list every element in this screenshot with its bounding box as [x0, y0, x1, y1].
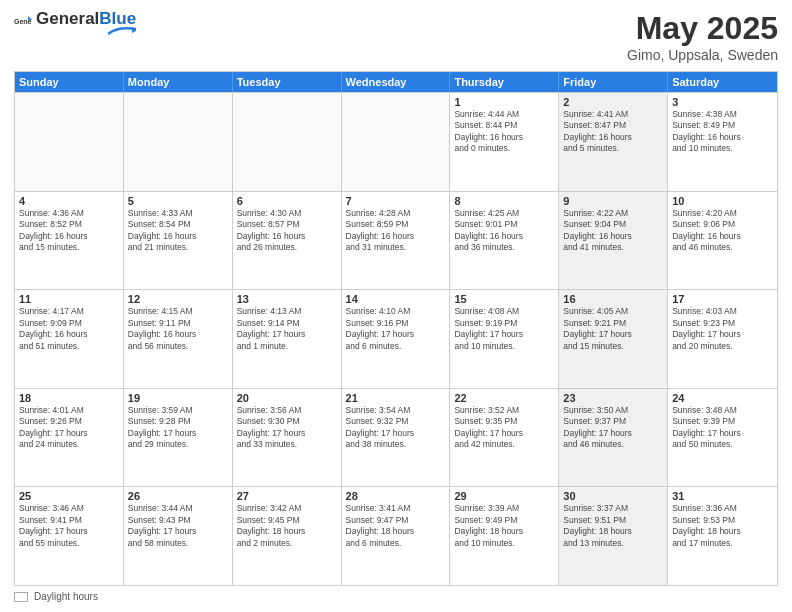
month-title: May 2025 — [627, 10, 778, 47]
day-number: 22 — [454, 392, 554, 404]
cal-cell: 21Sunrise: 3:54 AM Sunset: 9:32 PM Dayli… — [342, 389, 451, 487]
cal-cell: 12Sunrise: 4:15 AM Sunset: 9:11 PM Dayli… — [124, 290, 233, 388]
header: General General Blue May 2025 Gimo, Upps… — [14, 10, 778, 63]
day-number: 27 — [237, 490, 337, 502]
logo-icon: General — [14, 14, 32, 32]
cal-cell — [233, 93, 342, 191]
cal-cell: 31Sunrise: 3:36 AM Sunset: 9:53 PM Dayli… — [668, 487, 777, 585]
day-number: 23 — [563, 392, 663, 404]
day-info: Sunrise: 3:39 AM Sunset: 9:49 PM Dayligh… — [454, 503, 554, 549]
cal-header-cell-saturday: Saturday — [668, 72, 777, 92]
day-number: 18 — [19, 392, 119, 404]
cal-cell: 25Sunrise: 3:46 AM Sunset: 9:41 PM Dayli… — [15, 487, 124, 585]
cal-cell: 22Sunrise: 3:52 AM Sunset: 9:35 PM Dayli… — [450, 389, 559, 487]
cal-cell: 6Sunrise: 4:30 AM Sunset: 8:57 PM Daylig… — [233, 192, 342, 290]
cal-cell: 5Sunrise: 4:33 AM Sunset: 8:54 PM Daylig… — [124, 192, 233, 290]
day-number: 25 — [19, 490, 119, 502]
cal-cell: 30Sunrise: 3:37 AM Sunset: 9:51 PM Dayli… — [559, 487, 668, 585]
logo-general: General — [36, 10, 99, 29]
cal-cell: 20Sunrise: 3:56 AM Sunset: 9:30 PM Dayli… — [233, 389, 342, 487]
day-number: 29 — [454, 490, 554, 502]
day-info: Sunrise: 3:44 AM Sunset: 9:43 PM Dayligh… — [128, 503, 228, 549]
day-info: Sunrise: 4:08 AM Sunset: 9:19 PM Dayligh… — [454, 306, 554, 352]
cal-header-cell-sunday: Sunday — [15, 72, 124, 92]
cal-cell: 28Sunrise: 3:41 AM Sunset: 9:47 PM Dayli… — [342, 487, 451, 585]
day-number: 6 — [237, 195, 337, 207]
day-info: Sunrise: 3:56 AM Sunset: 9:30 PM Dayligh… — [237, 405, 337, 451]
day-number: 14 — [346, 293, 446, 305]
day-number: 12 — [128, 293, 228, 305]
cal-cell: 15Sunrise: 4:08 AM Sunset: 9:19 PM Dayli… — [450, 290, 559, 388]
cal-cell: 7Sunrise: 4:28 AM Sunset: 8:59 PM Daylig… — [342, 192, 451, 290]
day-number: 16 — [563, 293, 663, 305]
day-info: Sunrise: 3:37 AM Sunset: 9:51 PM Dayligh… — [563, 503, 663, 549]
cal-cell: 9Sunrise: 4:22 AM Sunset: 9:04 PM Daylig… — [559, 192, 668, 290]
cal-row-1: 4Sunrise: 4:36 AM Sunset: 8:52 PM Daylig… — [15, 191, 777, 290]
cal-cell: 10Sunrise: 4:20 AM Sunset: 9:06 PM Dayli… — [668, 192, 777, 290]
day-number: 20 — [237, 392, 337, 404]
day-info: Sunrise: 4:15 AM Sunset: 9:11 PM Dayligh… — [128, 306, 228, 352]
day-info: Sunrise: 4:17 AM Sunset: 9:09 PM Dayligh… — [19, 306, 119, 352]
day-number: 31 — [672, 490, 773, 502]
cal-cell: 18Sunrise: 4:01 AM Sunset: 9:26 PM Dayli… — [15, 389, 124, 487]
day-number: 1 — [454, 96, 554, 108]
cal-row-4: 25Sunrise: 3:46 AM Sunset: 9:41 PM Dayli… — [15, 486, 777, 585]
day-info: Sunrise: 4:25 AM Sunset: 9:01 PM Dayligh… — [454, 208, 554, 254]
calendar-body: 1Sunrise: 4:44 AM Sunset: 8:44 PM Daylig… — [15, 92, 777, 585]
day-number: 17 — [672, 293, 773, 305]
day-number: 30 — [563, 490, 663, 502]
calendar: SundayMondayTuesdayWednesdayThursdayFrid… — [14, 71, 778, 586]
day-number: 2 — [563, 96, 663, 108]
cal-cell: 23Sunrise: 3:50 AM Sunset: 9:37 PM Dayli… — [559, 389, 668, 487]
cal-header-cell-wednesday: Wednesday — [342, 72, 451, 92]
day-info: Sunrise: 4:05 AM Sunset: 9:21 PM Dayligh… — [563, 306, 663, 352]
day-info: Sunrise: 4:10 AM Sunset: 9:16 PM Dayligh… — [346, 306, 446, 352]
day-number: 9 — [563, 195, 663, 207]
cal-cell: 3Sunrise: 4:38 AM Sunset: 8:49 PM Daylig… — [668, 93, 777, 191]
cal-cell: 4Sunrise: 4:36 AM Sunset: 8:52 PM Daylig… — [15, 192, 124, 290]
cal-row-0: 1Sunrise: 4:44 AM Sunset: 8:44 PM Daylig… — [15, 92, 777, 191]
day-number: 24 — [672, 392, 773, 404]
day-number: 10 — [672, 195, 773, 207]
day-info: Sunrise: 3:59 AM Sunset: 9:28 PM Dayligh… — [128, 405, 228, 451]
cal-cell: 16Sunrise: 4:05 AM Sunset: 9:21 PM Dayli… — [559, 290, 668, 388]
day-number: 19 — [128, 392, 228, 404]
cal-cell: 13Sunrise: 4:13 AM Sunset: 9:14 PM Dayli… — [233, 290, 342, 388]
day-number: 4 — [19, 195, 119, 207]
title-block: May 2025 Gimo, Uppsala, Sweden — [627, 10, 778, 63]
day-info: Sunrise: 3:36 AM Sunset: 9:53 PM Dayligh… — [672, 503, 773, 549]
day-info: Sunrise: 3:42 AM Sunset: 9:45 PM Dayligh… — [237, 503, 337, 549]
cal-header-cell-monday: Monday — [124, 72, 233, 92]
day-info: Sunrise: 3:41 AM Sunset: 9:47 PM Dayligh… — [346, 503, 446, 549]
day-info: Sunrise: 4:01 AM Sunset: 9:26 PM Dayligh… — [19, 405, 119, 451]
day-info: Sunrise: 4:13 AM Sunset: 9:14 PM Dayligh… — [237, 306, 337, 352]
cal-cell: 27Sunrise: 3:42 AM Sunset: 9:45 PM Dayli… — [233, 487, 342, 585]
cal-cell: 29Sunrise: 3:39 AM Sunset: 9:49 PM Dayli… — [450, 487, 559, 585]
cal-row-2: 11Sunrise: 4:17 AM Sunset: 9:09 PM Dayli… — [15, 289, 777, 388]
day-info: Sunrise: 3:54 AM Sunset: 9:32 PM Dayligh… — [346, 405, 446, 451]
cal-header-cell-thursday: Thursday — [450, 72, 559, 92]
day-info: Sunrise: 4:36 AM Sunset: 8:52 PM Dayligh… — [19, 208, 119, 254]
day-info: Sunrise: 4:38 AM Sunset: 8:49 PM Dayligh… — [672, 109, 773, 155]
cal-cell — [15, 93, 124, 191]
day-number: 21 — [346, 392, 446, 404]
cal-cell: 19Sunrise: 3:59 AM Sunset: 9:28 PM Dayli… — [124, 389, 233, 487]
cal-header-cell-friday: Friday — [559, 72, 668, 92]
day-number: 15 — [454, 293, 554, 305]
day-info: Sunrise: 3:46 AM Sunset: 9:41 PM Dayligh… — [19, 503, 119, 549]
day-number: 3 — [672, 96, 773, 108]
cal-header-cell-tuesday: Tuesday — [233, 72, 342, 92]
location-title: Gimo, Uppsala, Sweden — [627, 47, 778, 63]
footer: Daylight hours — [14, 591, 778, 602]
cal-row-3: 18Sunrise: 4:01 AM Sunset: 9:26 PM Dayli… — [15, 388, 777, 487]
day-number: 26 — [128, 490, 228, 502]
day-number: 28 — [346, 490, 446, 502]
cal-cell: 17Sunrise: 4:03 AM Sunset: 9:23 PM Dayli… — [668, 290, 777, 388]
legend-box — [14, 592, 28, 602]
logo-swoosh-icon — [108, 26, 136, 36]
daylight-label: Daylight hours — [34, 591, 98, 602]
day-number: 13 — [237, 293, 337, 305]
cal-cell: 14Sunrise: 4:10 AM Sunset: 9:16 PM Dayli… — [342, 290, 451, 388]
day-info: Sunrise: 4:30 AM Sunset: 8:57 PM Dayligh… — [237, 208, 337, 254]
day-info: Sunrise: 4:33 AM Sunset: 8:54 PM Dayligh… — [128, 208, 228, 254]
